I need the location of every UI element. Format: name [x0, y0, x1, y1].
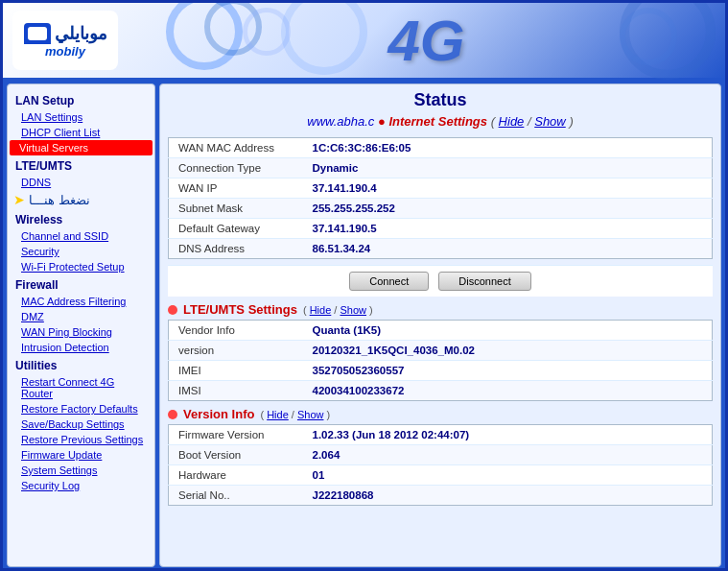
row-value: 37.141.190.5: [303, 219, 713, 239]
sidebar: LAN Setup LAN Settings DHCP Client List …: [7, 83, 155, 567]
row-value: 20120321_1K5QCI_4036_M0.02: [303, 341, 713, 361]
connect-button[interactable]: Connect: [349, 272, 429, 291]
hide-link-lte[interactable]: Hide: [310, 304, 332, 316]
hide-show-label: (: [491, 114, 499, 129]
version-section-header: Version Info ( Hide / Show ): [168, 407, 713, 421]
row-value: Quanta (1K5): [303, 321, 713, 341]
row-label: IMEI: [169, 361, 303, 381]
header: موبايلي mobily 4G: [3, 3, 725, 80]
row-label: Connection Type: [169, 158, 303, 178]
row-label: Firmware Version: [169, 425, 303, 445]
row-label: Hardware: [169, 465, 303, 486]
table-row: WAN IP37.141.190.4: [169, 178, 713, 199]
version-bullet: [168, 410, 177, 419]
table-row: Firmware Version1.02.33 (Jun 18 2012 02:…: [169, 425, 713, 445]
table-row: Default Gateway37.141.190.5: [169, 219, 713, 239]
row-value: Dynamic: [303, 158, 713, 178]
sidebar-section-utilities: Utilities: [8, 355, 154, 374]
header-4g-logo: 4G: [387, 8, 464, 74]
show-link-lte[interactable]: Show: [340, 304, 366, 316]
row-value: 420034100233672: [303, 381, 713, 401]
url-text: www.abha.c: [307, 114, 374, 129]
row-label: WAN MAC Address: [169, 138, 303, 158]
sidebar-item-firmware-update[interactable]: Firmware Update: [8, 447, 154, 463]
sidebar-item-virtual-servers[interactable]: Virtual Servers: [10, 140, 153, 155]
table-row: Connection TypeDynamic: [169, 158, 713, 178]
hide-link-version[interactable]: Hide: [267, 409, 289, 420]
sidebar-item-wan-ping[interactable]: WAN Ping Blocking: [8, 324, 154, 340]
lte-hide-show: ( Hide / Show ): [303, 304, 373, 316]
version-title: Version Info: [183, 407, 254, 421]
sidebar-section-wireless: Wireless: [8, 209, 154, 228]
row-value: 86.51.34.24: [303, 239, 713, 259]
main-container: LAN Setup LAN Settings DHCP Client List …: [3, 80, 725, 571]
show-link-internet[interactable]: Show: [534, 114, 566, 129]
row-label: Vendor Info: [169, 321, 303, 341]
row-value: 255.255.255.252: [303, 199, 713, 219]
connect-button-row: Connect Disconnect: [168, 265, 713, 297]
sidebar-item-lan-settings[interactable]: LAN Settings: [8, 109, 154, 125]
sidebar-section-lan: LAN Setup: [8, 90, 154, 109]
sidebar-item-dhcp-client-list[interactable]: DHCP Client List: [8, 125, 154, 140]
sidebar-item-wifi-protected[interactable]: Wi-Fi Protected Setup: [8, 259, 154, 274]
sidebar-item-save-backup[interactable]: Save/Backup Settings: [8, 416, 154, 432]
row-label: IMSI: [169, 381, 303, 401]
row-label: version: [169, 341, 303, 361]
version-hide-show: ( Hide / Show ): [260, 409, 330, 420]
row-value: 1.02.33 (Jun 18 2012 02:44:07): [303, 425, 713, 445]
status-title: Status: [168, 90, 713, 110]
table-row: Subnet Mask255.255.255.252: [169, 199, 713, 219]
table-row: DNS Address86.51.34.24: [169, 239, 713, 259]
row-value: J222180868: [303, 486, 713, 506]
internet-settings-label: Internet Settings: [388, 114, 487, 129]
row-value: 01: [303, 465, 713, 486]
logo-english: mobily: [45, 44, 85, 59]
hide-link-internet[interactable]: Hide: [499, 114, 525, 129]
sidebar-item-restore-factory[interactable]: Restore Factory Defaults: [8, 401, 154, 416]
arrow-icon: ➤: [13, 192, 25, 207]
table-row: Serial No..J222180868: [169, 486, 713, 506]
table-row: Vendor InfoQuanta (1K5): [169, 321, 713, 341]
row-value: 352705052360557: [303, 361, 713, 381]
sidebar-item-restore-previous[interactable]: Restore Previous Settings: [8, 432, 154, 447]
row-label: DNS Address: [169, 239, 303, 259]
sidebar-section-lte: LTE/UMTS: [8, 155, 154, 175]
sidebar-item-security[interactable]: Security: [8, 244, 154, 259]
header-center: 4G: [137, 8, 716, 74]
sidebar-item-system-settings[interactable]: System Settings: [8, 463, 154, 478]
content-area: Status www.abha.c ● Internet Settings ( …: [159, 83, 721, 567]
logo-arabic: موبايلي: [55, 23, 107, 44]
sidebar-item-channel-ssid[interactable]: Channel and SSID: [8, 228, 154, 244]
close-paren1: ): [569, 114, 573, 129]
disconnect-button[interactable]: Disconnect: [438, 272, 530, 291]
table-row: IMEI352705052360557: [169, 361, 713, 381]
logo-box: موبايلي mobily: [22, 16, 108, 64]
internet-settings-link[interactable]: ●: [378, 114, 388, 129]
sidebar-item-ddns[interactable]: DDNS: [8, 175, 154, 190]
table-row: WAN MAC Address1C:C6:3C:86:E6:05: [169, 138, 713, 158]
row-label: WAN IP: [169, 178, 303, 199]
sidebar-item-restart-connect[interactable]: Restart Connect 4G Router: [8, 374, 154, 401]
arrow-area: ➤ نضغط هنـــا: [8, 190, 154, 209]
lte-section-header: LTE/UMTS Settings ( Hide / Show ): [168, 302, 713, 317]
row-label: Boot Version: [169, 445, 303, 465]
sidebar-item-intrusion[interactable]: Intrusion Detection: [8, 340, 154, 355]
table-row: version20120321_1K5QCI_4036_M0.02: [169, 341, 713, 361]
row-label: Serial No..: [169, 486, 303, 506]
row-label: Subnet Mask: [169, 199, 303, 219]
sidebar-section-firewall: Firewall: [8, 274, 154, 294]
row-value: 2.064: [303, 445, 713, 465]
lte-bullet: [168, 305, 177, 315]
website-url: www.abha.c ● Internet Settings ( Hide / …: [168, 114, 713, 129]
sidebar-item-mac-filtering[interactable]: MAC Address Filtering: [8, 294, 154, 309]
show-link-version[interactable]: Show: [297, 409, 324, 420]
row-value: 1C:C6:3C:86:E6:05: [303, 138, 713, 158]
internet-settings-table: WAN MAC Address1C:C6:3C:86:E6:05Connecti…: [168, 137, 713, 259]
table-row: Hardware01: [169, 465, 713, 486]
sidebar-item-dmz[interactable]: DMZ: [8, 309, 154, 324]
lte-table: Vendor InfoQuanta (1K5)version20120321_1…: [168, 320, 713, 401]
sidebar-item-security-log[interactable]: Security Log: [8, 478, 154, 493]
version-table: Firmware Version1.02.33 (Jun 18 2012 02:…: [168, 424, 713, 506]
row-label: Default Gateway: [169, 219, 303, 239]
row-value: 37.141.190.4: [303, 178, 713, 199]
